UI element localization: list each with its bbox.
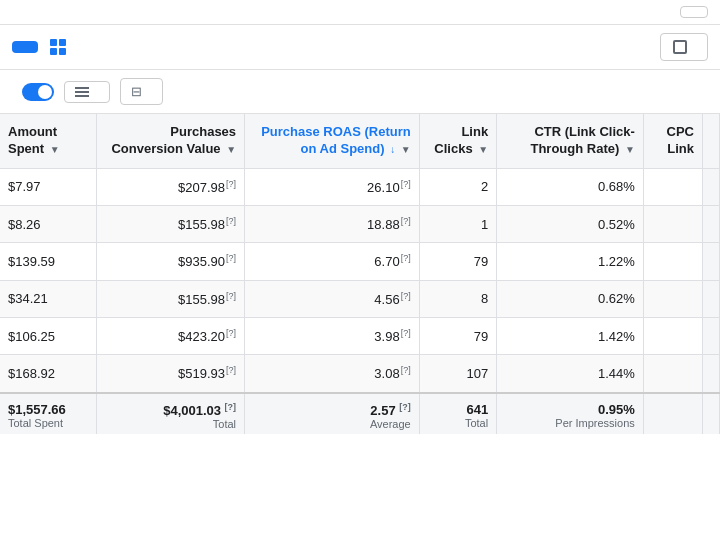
scrollbar-col [703, 114, 720, 168]
cell-ctr: 0.52% [497, 206, 644, 243]
cell-ctr: 0.62% [497, 280, 644, 317]
footer-ctr: 0.95% Per Impressions [497, 393, 644, 434]
footer-scrollbar [703, 393, 720, 434]
cell-cpc [643, 168, 702, 205]
table-footer-row: $1,557.66 Total Spent $4,001.03 [?] Tota… [0, 393, 720, 434]
cell-link-clicks: 79 [419, 318, 496, 355]
cell-pcv: $935.90[?] [97, 243, 245, 280]
reports-button[interactable] [173, 87, 198, 97]
cell-cpc [643, 355, 702, 393]
cell-roas: 4.56[?] [245, 280, 420, 317]
cell-amount-spent: $139.59 [0, 243, 97, 280]
table-row: $34.21 $155.98[?] 4.56[?] 8 0.62% [0, 280, 720, 317]
cell-cpc [643, 280, 702, 317]
cell-amount-spent: $106.25 [0, 318, 97, 355]
grid-icon [50, 39, 66, 55]
selected-badge[interactable] [12, 41, 38, 53]
table-row: $168.92 $519.93[?] 3.08[?] 107 1.44% [0, 355, 720, 393]
cell-ctr: 0.68% [497, 168, 644, 205]
columns-button[interactable] [64, 81, 110, 103]
cell-pcv: $519.93[?] [97, 355, 245, 393]
cell-scrollbar [703, 280, 720, 317]
cell-amount-spent: $34.21 [0, 280, 97, 317]
cell-link-clicks: 107 [419, 355, 496, 393]
cell-scrollbar [703, 355, 720, 393]
col-header-link-clicks[interactable]: Link Clicks ▼ [419, 114, 496, 168]
cell-pcv: $155.98[?] [97, 206, 245, 243]
cell-pcv: $155.98[?] [97, 280, 245, 317]
col-header-purchase-roas[interactable]: Purchase ROAS (Return on Ad Spend) ↓ ▼ [245, 114, 420, 168]
table-row: $8.26 $155.98[?] 18.88[?] 1 0.52% [0, 206, 720, 243]
table-wrapper: Amount Spent ▼ Purchases Conversion Valu… [0, 114, 720, 434]
col-header-purchases-conversion-value[interactable]: Purchases Conversion Value ▼ [97, 114, 245, 168]
cell-link-clicks: 1 [419, 206, 496, 243]
campaign-row [0, 25, 720, 70]
footer-roas: 2.57 [?] Average [245, 393, 420, 434]
cell-amount-spent: $168.92 [0, 355, 97, 393]
cell-scrollbar [703, 168, 720, 205]
footer-pcv: $4,001.03 [?] Total [97, 393, 245, 434]
cell-scrollbar [703, 318, 720, 355]
cell-cpc [643, 243, 702, 280]
date-bar [0, 0, 720, 25]
breakdown-button[interactable]: ⊟ [120, 78, 163, 105]
cell-amount-spent: $8.26 [0, 206, 97, 243]
cell-link-clicks: 2 [419, 168, 496, 205]
cell-amount-spent: $7.97 [0, 168, 97, 205]
cell-pcv: $423.20[?] [97, 318, 245, 355]
breakdown-icon: ⊟ [131, 84, 142, 99]
cell-cpc [643, 318, 702, 355]
cell-scrollbar [703, 243, 720, 280]
table-row: $106.25 $423.20[?] 3.98[?] 79 1.42% [0, 318, 720, 355]
cell-roas: 3.98[?] [245, 318, 420, 355]
footer-link-clicks: 641 Total [419, 393, 496, 434]
cell-ctr: 1.44% [497, 355, 644, 393]
cell-roas: 3.08[?] [245, 355, 420, 393]
col-header-cpc[interactable]: CPC Link [643, 114, 702, 168]
cell-cpc [643, 206, 702, 243]
ad-sets-title[interactable] [50, 39, 74, 55]
cell-roas: 6.70[?] [245, 243, 420, 280]
columns-icon [75, 87, 89, 97]
cell-link-clicks: 8 [419, 280, 496, 317]
table-row: $139.59 $935.90[?] 6.70[?] 79 1.22% [0, 243, 720, 280]
cell-scrollbar [703, 206, 720, 243]
cell-roas: 18.88[?] [245, 206, 420, 243]
cell-roas: 26.10[?] [245, 168, 420, 205]
date-selector[interactable] [680, 6, 708, 18]
cell-ctr: 1.42% [497, 318, 644, 355]
footer-cpc [643, 393, 702, 434]
tab-icon [673, 40, 687, 54]
cell-pcv: $207.98[?] [97, 168, 245, 205]
controls-bar: ⊟ [0, 70, 720, 114]
table-row: $7.97 $207.98[?] 26.10[?] 2 0.68% [0, 168, 720, 205]
footer-amount-spent: $1,557.66 Total Spent [0, 393, 97, 434]
data-table: Amount Spent ▼ Purchases Conversion Valu… [0, 114, 720, 434]
col-header-ctr[interactable]: CTR (Link Click-Through Rate) ▼ [497, 114, 644, 168]
col-header-amount-spent[interactable]: Amount Spent ▼ [0, 114, 97, 168]
cell-link-clicks: 79 [419, 243, 496, 280]
cell-ctr: 1.22% [497, 243, 644, 280]
ads-tab[interactable] [660, 33, 708, 61]
view-setup-toggle[interactable] [22, 83, 54, 101]
